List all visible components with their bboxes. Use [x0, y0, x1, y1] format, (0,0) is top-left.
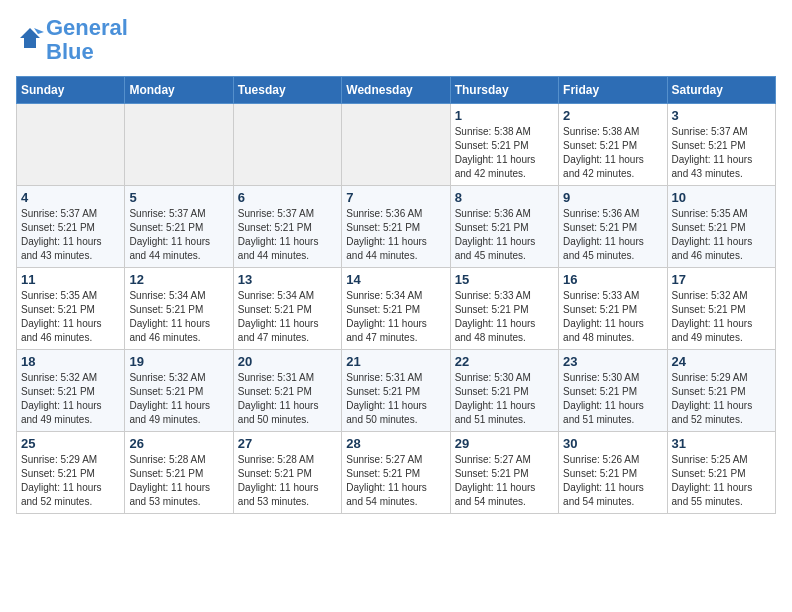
calendar-cell: 29Sunrise: 5:27 AM Sunset: 5:21 PM Dayli…: [450, 432, 558, 514]
day-info: Sunrise: 5:38 AM Sunset: 5:21 PM Dayligh…: [563, 125, 662, 181]
day-info: Sunrise: 5:31 AM Sunset: 5:21 PM Dayligh…: [238, 371, 337, 427]
calendar-cell: 6Sunrise: 5:37 AM Sunset: 5:21 PM Daylig…: [233, 186, 341, 268]
calendar-cell: 22Sunrise: 5:30 AM Sunset: 5:21 PM Dayli…: [450, 350, 558, 432]
day-number: 29: [455, 436, 554, 451]
day-number: 24: [672, 354, 771, 369]
day-info: Sunrise: 5:28 AM Sunset: 5:21 PM Dayligh…: [129, 453, 228, 509]
day-info: Sunrise: 5:36 AM Sunset: 5:21 PM Dayligh…: [455, 207, 554, 263]
calendar-cell: 13Sunrise: 5:34 AM Sunset: 5:21 PM Dayli…: [233, 268, 341, 350]
day-info: Sunrise: 5:35 AM Sunset: 5:21 PM Dayligh…: [672, 207, 771, 263]
logo: General Blue: [16, 16, 128, 64]
calendar-cell: 10Sunrise: 5:35 AM Sunset: 5:21 PM Dayli…: [667, 186, 775, 268]
logo-text: General Blue: [46, 16, 128, 64]
day-number: 22: [455, 354, 554, 369]
day-info: Sunrise: 5:34 AM Sunset: 5:21 PM Dayligh…: [346, 289, 445, 345]
calendar-table: SundayMondayTuesdayWednesdayThursdayFrid…: [16, 76, 776, 514]
weekday-header-sunday: Sunday: [17, 77, 125, 104]
day-info: Sunrise: 5:37 AM Sunset: 5:21 PM Dayligh…: [238, 207, 337, 263]
calendar-cell: 21Sunrise: 5:31 AM Sunset: 5:21 PM Dayli…: [342, 350, 450, 432]
day-number: 20: [238, 354, 337, 369]
day-info: Sunrise: 5:36 AM Sunset: 5:21 PM Dayligh…: [563, 207, 662, 263]
day-number: 8: [455, 190, 554, 205]
calendar-cell: 15Sunrise: 5:33 AM Sunset: 5:21 PM Dayli…: [450, 268, 558, 350]
calendar-cell: 30Sunrise: 5:26 AM Sunset: 5:21 PM Dayli…: [559, 432, 667, 514]
day-number: 18: [21, 354, 120, 369]
day-number: 25: [21, 436, 120, 451]
day-info: Sunrise: 5:34 AM Sunset: 5:21 PM Dayligh…: [129, 289, 228, 345]
day-number: 26: [129, 436, 228, 451]
svg-marker-1: [34, 28, 44, 34]
day-number: 17: [672, 272, 771, 287]
calendar-cell: 16Sunrise: 5:33 AM Sunset: 5:21 PM Dayli…: [559, 268, 667, 350]
day-info: Sunrise: 5:33 AM Sunset: 5:21 PM Dayligh…: [563, 289, 662, 345]
day-info: Sunrise: 5:27 AM Sunset: 5:21 PM Dayligh…: [346, 453, 445, 509]
day-number: 28: [346, 436, 445, 451]
day-info: Sunrise: 5:36 AM Sunset: 5:21 PM Dayligh…: [346, 207, 445, 263]
calendar-cell: 20Sunrise: 5:31 AM Sunset: 5:21 PM Dayli…: [233, 350, 341, 432]
weekday-header-monday: Monday: [125, 77, 233, 104]
day-number: 9: [563, 190, 662, 205]
day-info: Sunrise: 5:34 AM Sunset: 5:21 PM Dayligh…: [238, 289, 337, 345]
day-number: 14: [346, 272, 445, 287]
day-info: Sunrise: 5:29 AM Sunset: 5:21 PM Dayligh…: [672, 371, 771, 427]
weekday-header-tuesday: Tuesday: [233, 77, 341, 104]
day-info: Sunrise: 5:32 AM Sunset: 5:21 PM Dayligh…: [129, 371, 228, 427]
day-number: 19: [129, 354, 228, 369]
calendar-cell: 5Sunrise: 5:37 AM Sunset: 5:21 PM Daylig…: [125, 186, 233, 268]
weekday-header-wednesday: Wednesday: [342, 77, 450, 104]
calendar-cell: 24Sunrise: 5:29 AM Sunset: 5:21 PM Dayli…: [667, 350, 775, 432]
day-info: Sunrise: 5:29 AM Sunset: 5:21 PM Dayligh…: [21, 453, 120, 509]
day-number: 23: [563, 354, 662, 369]
day-number: 27: [238, 436, 337, 451]
day-number: 10: [672, 190, 771, 205]
calendar-cell: [342, 104, 450, 186]
weekday-header-friday: Friday: [559, 77, 667, 104]
calendar-cell: [233, 104, 341, 186]
calendar-cell: 25Sunrise: 5:29 AM Sunset: 5:21 PM Dayli…: [17, 432, 125, 514]
page-header: General Blue: [16, 16, 776, 64]
calendar-cell: 31Sunrise: 5:25 AM Sunset: 5:21 PM Dayli…: [667, 432, 775, 514]
calendar-cell: 8Sunrise: 5:36 AM Sunset: 5:21 PM Daylig…: [450, 186, 558, 268]
day-number: 11: [21, 272, 120, 287]
calendar-cell: 11Sunrise: 5:35 AM Sunset: 5:21 PM Dayli…: [17, 268, 125, 350]
day-info: Sunrise: 5:38 AM Sunset: 5:21 PM Dayligh…: [455, 125, 554, 181]
day-info: Sunrise: 5:35 AM Sunset: 5:21 PM Dayligh…: [21, 289, 120, 345]
day-info: Sunrise: 5:31 AM Sunset: 5:21 PM Dayligh…: [346, 371, 445, 427]
calendar-cell: 4Sunrise: 5:37 AM Sunset: 5:21 PM Daylig…: [17, 186, 125, 268]
calendar-cell: [125, 104, 233, 186]
calendar-cell: 3Sunrise: 5:37 AM Sunset: 5:21 PM Daylig…: [667, 104, 775, 186]
day-info: Sunrise: 5:37 AM Sunset: 5:21 PM Dayligh…: [672, 125, 771, 181]
day-info: Sunrise: 5:37 AM Sunset: 5:21 PM Dayligh…: [129, 207, 228, 263]
day-info: Sunrise: 5:32 AM Sunset: 5:21 PM Dayligh…: [672, 289, 771, 345]
day-info: Sunrise: 5:27 AM Sunset: 5:21 PM Dayligh…: [455, 453, 554, 509]
day-info: Sunrise: 5:30 AM Sunset: 5:21 PM Dayligh…: [455, 371, 554, 427]
day-number: 13: [238, 272, 337, 287]
calendar-cell: 26Sunrise: 5:28 AM Sunset: 5:21 PM Dayli…: [125, 432, 233, 514]
weekday-header-saturday: Saturday: [667, 77, 775, 104]
calendar-cell: 23Sunrise: 5:30 AM Sunset: 5:21 PM Dayli…: [559, 350, 667, 432]
weekday-header-thursday: Thursday: [450, 77, 558, 104]
day-info: Sunrise: 5:37 AM Sunset: 5:21 PM Dayligh…: [21, 207, 120, 263]
day-number: 31: [672, 436, 771, 451]
day-number: 7: [346, 190, 445, 205]
day-info: Sunrise: 5:32 AM Sunset: 5:21 PM Dayligh…: [21, 371, 120, 427]
day-info: Sunrise: 5:30 AM Sunset: 5:21 PM Dayligh…: [563, 371, 662, 427]
logo-icon: [16, 24, 44, 52]
day-number: 16: [563, 272, 662, 287]
calendar-cell: 9Sunrise: 5:36 AM Sunset: 5:21 PM Daylig…: [559, 186, 667, 268]
day-info: Sunrise: 5:33 AM Sunset: 5:21 PM Dayligh…: [455, 289, 554, 345]
calendar-cell: 27Sunrise: 5:28 AM Sunset: 5:21 PM Dayli…: [233, 432, 341, 514]
day-number: 2: [563, 108, 662, 123]
day-number: 30: [563, 436, 662, 451]
day-number: 4: [21, 190, 120, 205]
day-info: Sunrise: 5:25 AM Sunset: 5:21 PM Dayligh…: [672, 453, 771, 509]
day-number: 15: [455, 272, 554, 287]
calendar-cell: 18Sunrise: 5:32 AM Sunset: 5:21 PM Dayli…: [17, 350, 125, 432]
calendar-cell: 12Sunrise: 5:34 AM Sunset: 5:21 PM Dayli…: [125, 268, 233, 350]
day-number: 3: [672, 108, 771, 123]
day-number: 21: [346, 354, 445, 369]
calendar-cell: 7Sunrise: 5:36 AM Sunset: 5:21 PM Daylig…: [342, 186, 450, 268]
calendar-cell: 1Sunrise: 5:38 AM Sunset: 5:21 PM Daylig…: [450, 104, 558, 186]
day-number: 5: [129, 190, 228, 205]
calendar-cell: 28Sunrise: 5:27 AM Sunset: 5:21 PM Dayli…: [342, 432, 450, 514]
